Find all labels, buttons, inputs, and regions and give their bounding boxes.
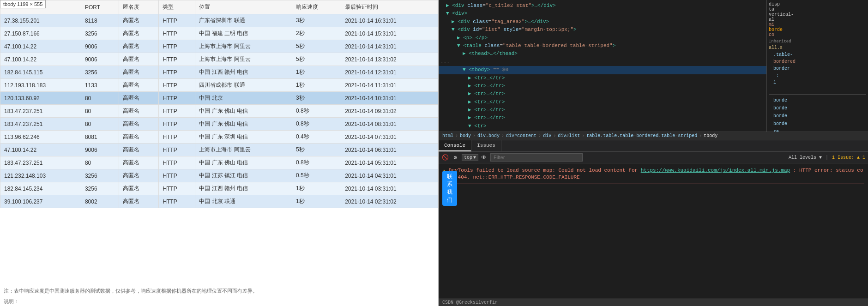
tree-line[interactable]: ▼ <table class="table table-bordered tab… [439,42,766,50]
table-cell: HTTP [159,131,195,144]
col-speed: 响应速度 [292,0,341,14]
breadcrumb-divbody[interactable]: div.body [477,133,500,138]
table-cell: 上海市上海市 阿里云 [195,53,292,66]
table-cell: 2021-10-14 11:31:01 [341,79,438,92]
table-row[interactable]: 183.47.237.25180高匿名HTTP中国 广东 佛山 电信0.8秒20… [0,156,438,169]
table-cell: HTTP [159,53,195,66]
table-row[interactable]: 112.193.118.1831133高匿名HTTP四川省成都市 联通1秒202… [0,79,438,92]
console-settings-icon[interactable]: ⚙ [452,154,459,161]
float-chat-line2: 系 [446,180,453,188]
tree-line[interactable]: ▶ <p>…</p> [439,34,766,42]
table-row[interactable]: 183.47.237.25180高匿名HTTP中国 广东 佛山 电信0.8秒20… [0,105,438,118]
table-cell: 四川省成都市 联通 [195,79,292,92]
col-port: PORT [81,0,119,14]
breadcrumb-html[interactable]: html [442,133,453,138]
table-row[interactable]: 113.96.62.2468081高匿名HTTP中国 广东 深圳 电信0.4秒2… [0,131,438,144]
table-cell: 47.100.14.22 [0,40,81,53]
table-row[interactable]: 27.38.155.2018118高匿名HTTP广东省深圳市 联通3秒2021-… [0,14,438,27]
tree-line[interactable]: ▶ <thead>…</thead> [439,50,766,58]
tree-line[interactable]: ▶ <tr>…</tr> [439,82,766,90]
table-cell: 9006 [81,53,119,66]
tree-line[interactable]: ▶ <tr>…</tr> [439,90,766,98]
table-cell: 5秒 [292,40,341,53]
table-row[interactable]: 39.100.106.2378002高匿名HTTP中国 北京 联通1秒2021-… [0,195,438,208]
all-levels-dropdown[interactable]: All levels ▼ [789,155,822,160]
table-cell: 2021-10-14 04:31:01 [341,169,438,182]
table-cell: 3256 [81,27,119,40]
table-cell: 2021-10-14 13:31:02 [341,53,438,66]
tree-line[interactable]: ▶ <tr>…</tr> [439,98,766,106]
table-row[interactable]: 47.100.14.229006高匿名HTTP上海市上海市 阿里云5秒2021-… [0,53,438,66]
breadcrumb-div[interactable]: div [543,133,551,138]
table-row[interactable]: 182.84.145.1153256高匿名HTTP中国 江西 赣州 电信1秒20… [0,66,438,79]
tree-line[interactable]: ▼ <div> [439,10,766,18]
table-cell: 0.8秒 [292,118,341,131]
table-cell: 1133 [81,79,119,92]
table-row[interactable]: 183.47.237.25180高匿名HTTP中国 广东 佛山 电信0.8秒20… [0,118,438,131]
breadcrumb-table[interactable]: table.table.table-bordered.table-striped [586,133,697,138]
float-chat-button[interactable]: 联 系 我 们 [442,171,457,206]
table-cell: 47.100.14.22 [0,144,81,156]
breadcrumb-tbody[interactable]: tbody [704,133,717,138]
tab-issues[interactable]: Issues [471,140,501,151]
eye-icon[interactable]: 👁 [480,154,488,161]
devtools-console-tabs: Console Issues [439,140,868,152]
console-content: ▲ DevTools failed to load source map: Co… [439,163,868,299]
table-row[interactable]: 47.100.14.229006高匿名HTTP上海市上海市 阿里云5秒2021-… [0,144,438,156]
table-cell: 0.5秒 [292,169,341,182]
breadcrumb-divcontent[interactable]: div#content [506,133,536,138]
table-cell: 高匿名 [119,131,159,144]
table-cell: 0.8秒 [292,156,341,169]
breadcrumb-body[interactable]: body [460,133,471,138]
error-message: DevTools failed to load source map: Coul… [449,167,864,181]
tree-line[interactable]: ▶ <tr>…</tr> [439,106,766,114]
table-row[interactable]: 27.150.87.1663256高匿名HTTP中国 福建 三明 电信2秒202… [0,27,438,40]
table-cell: HTTP [159,118,195,131]
tree-line[interactable]: ▶ <div class="tag_area2">…</div> [439,18,766,26]
table-cell: HTTP [159,195,195,208]
console-level-dropdown[interactable]: top ▼ [462,154,478,161]
table-cell: 2021-10-14 12:31:01 [341,66,438,79]
table-cell: HTTP [159,14,195,27]
styles-rule-all: all.s [769,45,866,50]
table-cell: 高匿名 [119,118,159,131]
tree-line[interactable]: ▼ <tr> [439,122,766,130]
table-row[interactable]: 182.84.145.2343256高匿名HTTP中国 江西 赣州 电信1秒20… [0,182,438,195]
tree-line[interactable]: ▼ <tbody> == $0 [439,66,766,74]
tab-console[interactable]: Console [439,140,471,151]
table-cell: 2021-10-14 10:31:01 [341,92,438,105]
table-cell: 高匿名 [119,79,159,92]
table-cell: HTTP [159,169,195,182]
console-toolbar: 🚫 ⚙ top ▼ 👁 All levels ▼ | 1 Issue: ▲ 1 [439,152,868,163]
error-link[interactable]: https://www.kuaidaili.com/js/index.all.m… [641,168,790,173]
clear-console-button[interactable]: 🚫 [441,154,449,161]
table-cell: 183.47.237.251 [0,118,81,131]
float-chat-line3: 我 [446,188,453,196]
table-cell: 2021-10-14 15:31:01 [341,27,438,40]
console-filter-input[interactable] [490,153,583,162]
col-anon: 匿名度 [119,0,159,14]
breadcrumb-divlist[interactable]: div#list [558,133,580,138]
table-cell: 中国 北京 联通 [195,195,292,208]
col-time: 最后验证时间 [341,0,438,14]
table-cell: 0.8秒 [292,105,341,118]
table-cell: 高匿名 [119,66,159,79]
devtools-element-tree[interactable]: ▶ <div class="c_title2 stat">…</div>▼ <d… [439,0,766,132]
table-cell: 47.100.14.22 [0,53,81,66]
tree-line[interactable]: ▼ <div id="list" style="margin-top:5px;"… [439,26,766,34]
table-row[interactable]: 121.232.148.1033256高匿名HTTP中国 江苏 镇江 电信0.5… [0,169,438,182]
float-chat-line1: 联 [446,173,453,180]
table-cell: 2021-10-14 05:31:01 [341,156,438,169]
tree-line[interactable]: ▶ <tr>…</tr> [439,114,766,122]
table-row[interactable]: 47.100.14.229006高匿名HTTP上海市上海市 阿里云5秒2021-… [0,40,438,53]
table-cell: 5秒 [292,144,341,156]
table-row[interactable]: 120.133.60.9280高匿名HTTP中国 北京3秒2021-10-14 … [0,92,438,105]
table-cell: 39.100.106.237 [0,195,81,208]
table-cell: 高匿名 [119,195,159,208]
table-cell: 高匿名 [119,182,159,195]
col-location: 位置 [195,0,292,14]
devtools-panel: ▶ <div class="c_title2 stat">…</div>▼ <d… [439,0,868,306]
table-cell: 120.133.60.92 [0,92,81,105]
tree-line[interactable]: ▶ <tr>…</tr> [439,74,766,82]
tree-line[interactable]: ▶ <div class="c_title2 stat">…</div> [439,2,766,10]
